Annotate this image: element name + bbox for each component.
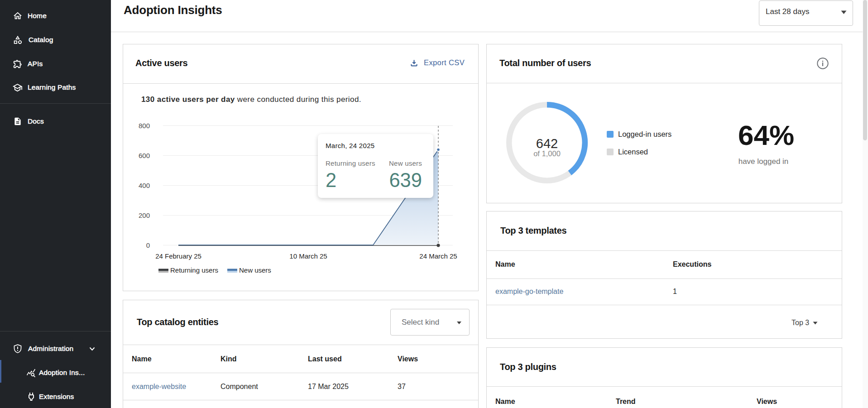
svg-text:0: 0 xyxy=(146,241,150,249)
svg-text:64%: 64% xyxy=(738,120,794,151)
svg-text:10 March 25: 10 March 25 xyxy=(289,252,327,260)
svg-text:Licensed: Licensed xyxy=(618,148,648,156)
svg-text:642: 642 xyxy=(536,136,558,151)
svg-text:have logged in: have logged in xyxy=(739,157,789,166)
svg-text:200: 200 xyxy=(139,211,150,219)
svg-text:600: 600 xyxy=(139,152,150,159)
svg-text:24 March 25: 24 March 25 xyxy=(419,252,457,260)
svg-text:of 1,000: of 1,000 xyxy=(533,149,561,158)
svg-text:New users: New users xyxy=(239,266,271,274)
svg-text:800: 800 xyxy=(139,122,150,130)
svg-text:Returning users: Returning users xyxy=(170,266,218,274)
svg-text:24 February 25: 24 February 25 xyxy=(155,252,201,260)
svg-text:400: 400 xyxy=(139,182,150,189)
svg-text:Logged-in users: Logged-in users xyxy=(618,130,671,138)
